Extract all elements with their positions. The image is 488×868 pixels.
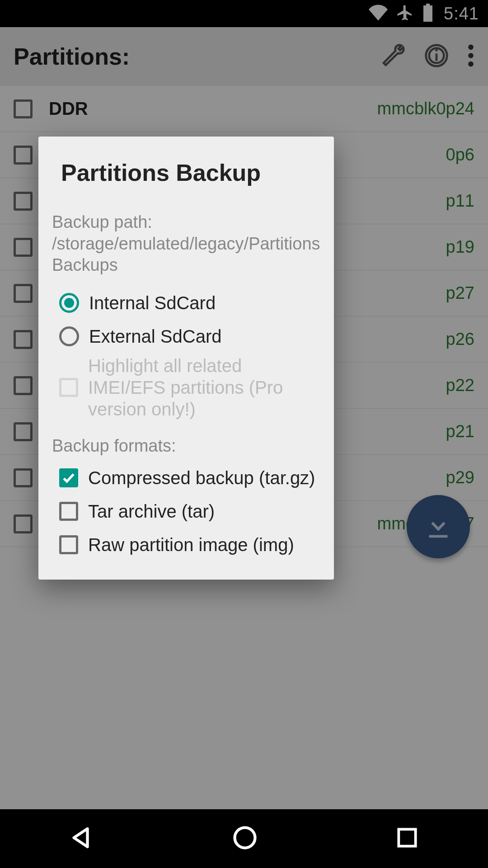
backup-path-value: /storage/emulated/legacy/PartitionsBacku… [52,234,320,275]
backup-formats-label: Backup formats: [52,435,320,457]
checkbox-raw-image[interactable]: Raw partition image (img) [52,528,320,561]
backup-path-section: Backup path: /storage/emulated/legacy/Pa… [52,212,320,276]
home-icon[interactable] [231,824,258,853]
radio-icon [59,293,79,313]
recents-icon[interactable] [394,825,420,852]
checkbox-label: Highlight all related IMEI/EFS partition… [88,355,320,420]
radio-label: Internal SdCard [89,292,216,314]
backup-path-label: Backup path: [52,212,152,231]
dialog-title: Partitions Backup [61,159,320,186]
screen: 5:41 Partitions: DDR mmcblk0p24 0p6 [0,0,488,868]
navigation-bar [0,809,488,868]
checkbox-icon [59,378,78,397]
radio-internal-sdcard[interactable]: Internal SdCard [52,286,320,320]
svg-point-7 [235,828,255,848]
checkbox-icon [59,535,78,554]
radio-external-sdcard[interactable]: External SdCard [52,320,320,353]
radio-icon [59,326,79,346]
partitions-backup-dialog: Partitions Backup Backup path: /storage/… [38,137,334,580]
checkbox-icon [59,468,78,487]
checkbox-label: Raw partition image (img) [88,534,294,556]
checkbox-compressed-backup[interactable]: Compressed backup (tar.gz) [52,461,320,495]
radio-label: External SdCard [89,326,221,347]
back-icon[interactable] [68,824,95,853]
checkbox-label: Tar archive (tar) [88,500,215,522]
checkbox-highlight-imei: Highlight all related IMEI/EFS partition… [52,353,320,422]
checkbox-tar-archive[interactable]: Tar archive (tar) [52,495,320,528]
checkbox-label: Compressed backup (tar.gz) [88,467,315,489]
svg-rect-8 [399,829,416,846]
checkbox-icon [59,502,78,521]
